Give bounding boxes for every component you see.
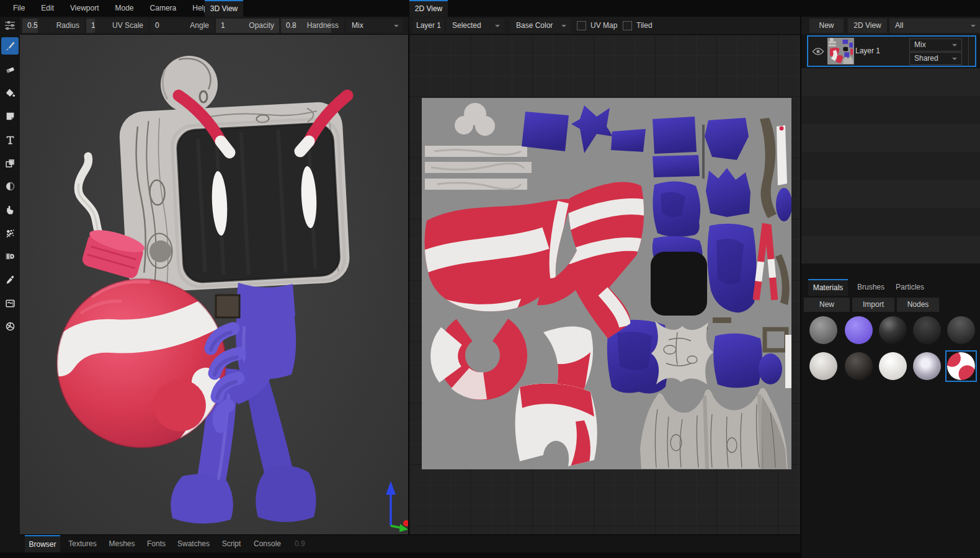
layer-object-dropdown[interactable]: Shared [909, 52, 962, 65]
layer-filter-dropdown[interactable]: All [889, 19, 980, 33]
tab-swatches[interactable]: Swatches [174, 535, 213, 553]
chevron-down-icon [952, 58, 957, 60]
layer-list-empty-row [801, 96, 980, 124]
bottom-strip [0, 552, 800, 558]
uv-scale-value: 1 [91, 19, 96, 33]
tool-sidebar [0, 35, 20, 534]
menu-edit[interactable]: Edit [33, 0, 62, 17]
tool-blur[interactable] [1, 177, 19, 195]
tab-textures[interactable]: Textures [63, 535, 102, 553]
layer-blend-dropdown[interactable]: Mix [909, 38, 962, 51]
tool-smudge[interactable] [1, 201, 19, 218]
menubar: File Edit Viewport Mode Camera Help 3D V… [0, 0, 980, 17]
tab-browser[interactable]: Browser [25, 535, 60, 553]
viewport-3d[interactable] [20, 35, 408, 534]
tool-particle[interactable] [1, 224, 19, 242]
tab-meshes[interactable]: Meshes [105, 535, 139, 553]
tab-brushes[interactable]: Brushes [854, 279, 888, 296]
bomb [57, 279, 226, 469]
angle-value: 0 [155, 19, 159, 33]
tool-material[interactable] [1, 317, 19, 335]
clone-icon [5, 158, 16, 169]
eye-icon[interactable] [812, 47, 824, 56]
hardness-value: 0.8 [286, 19, 296, 33]
new-layer-button[interactable]: New [809, 19, 844, 33]
brush-icon [5, 41, 16, 51]
tool-clone[interactable] [1, 154, 19, 172]
opacity-slider[interactable]: 1 Opacity [216, 19, 279, 33]
material-bomb-selected[interactable] [947, 352, 975, 380]
eraser-icon [5, 64, 16, 75]
tab-script[interactable]: Script [216, 535, 246, 553]
uv-scale-label: UV Scale [112, 19, 143, 33]
uv-island-screen [651, 252, 707, 316]
chevron-down-icon [561, 25, 566, 27]
channel-dropdown[interactable]: Base Color [510, 19, 571, 33]
layer-row-divider [968, 37, 969, 66]
tool-colorid[interactable] [1, 247, 19, 265]
tab-console[interactable]: Console [249, 535, 285, 553]
material-white-rough[interactable] [809, 352, 837, 380]
toolbar-options-icon[interactable] [0, 17, 20, 35]
tab-3d-view[interactable]: 3D View [205, 0, 243, 17]
uv-map-checkbox[interactable] [577, 21, 586, 30]
viewport-2d[interactable] [408, 35, 800, 534]
nodes-button[interactable]: Nodes [897, 298, 939, 312]
layer-object-value: Shared [914, 54, 938, 63]
tab-fonts[interactable]: Fonts [142, 535, 171, 553]
material-pearl[interactable] [913, 352, 941, 380]
layer-list-empty-row [801, 68, 980, 96]
tool-bake[interactable] [1, 294, 19, 312]
uv-scale-slider[interactable]: 1 UV Scale [86, 19, 148, 33]
chevron-down-icon [952, 44, 957, 46]
materials-grid [801, 315, 980, 386]
import-material-button[interactable]: Import [852, 298, 894, 312]
tab-particles[interactable]: Particles [893, 279, 927, 296]
object-filter-dropdown[interactable]: Selected [447, 19, 504, 33]
tab-2d-view[interactable]: 2D View [409, 0, 448, 17]
particle-spray-icon [5, 228, 16, 239]
opacity-value: 1 [221, 19, 225, 33]
material-purple[interactable] [845, 316, 873, 344]
tool-text[interactable] [1, 131, 19, 148]
menu-mode[interactable]: Mode [107, 0, 142, 17]
2d-view-button[interactable]: 2D View [848, 19, 887, 33]
material-white[interactable] [879, 352, 907, 380]
layer-row[interactable]: Layer 1 Mix Shared [807, 35, 976, 67]
layer-list-empty-row [801, 152, 980, 180]
layer-select-button[interactable]: Layer 1 [413, 19, 444, 33]
layer-list-empty-row [801, 180, 980, 208]
tool-picker[interactable] [1, 271, 19, 288]
colorid-icon [5, 251, 16, 262]
hardness-slider[interactable]: 0.8 Hardness [281, 19, 344, 33]
material-dark-smoke[interactable] [913, 316, 941, 344]
tool-eraser[interactable] [1, 61, 19, 78]
material-gray[interactable] [809, 316, 837, 344]
tiled-checkbox[interactable] [623, 21, 632, 30]
menu-viewport[interactable]: Viewport [62, 0, 107, 17]
tool-fill[interactable] [1, 84, 19, 102]
menu-camera[interactable]: Camera [142, 0, 185, 17]
tool-brush[interactable] [1, 37, 19, 55]
material-sphere-icon [5, 321, 16, 332]
layer-filter-value: All [895, 21, 903, 30]
menu-file[interactable]: File [5, 0, 33, 17]
uv-island-line [702, 125, 705, 179]
material-dark-metal[interactable] [947, 316, 975, 344]
uv-map-label: UV Map [590, 17, 617, 35]
material-charcoal[interactable] [845, 352, 873, 380]
text-icon [5, 135, 16, 145]
decal-icon [5, 111, 16, 122]
radius-value: 0.5 [27, 19, 38, 33]
radius-label: Radius [56, 19, 79, 33]
uv-island-strips [425, 146, 532, 190]
radius-slider[interactable]: 0.5 Radius [22, 19, 84, 33]
blend-mode-dropdown[interactable]: Mix [346, 19, 403, 33]
object-filter-value: Selected [452, 21, 481, 30]
angle-slider[interactable]: 0 Angle [150, 19, 214, 33]
tool-decal[interactable] [1, 107, 19, 125]
new-material-button[interactable]: New [804, 298, 850, 312]
tab-materials[interactable]: Materials [808, 279, 848, 296]
chevron-down-icon [394, 25, 399, 27]
material-black-gloss[interactable] [879, 316, 907, 344]
